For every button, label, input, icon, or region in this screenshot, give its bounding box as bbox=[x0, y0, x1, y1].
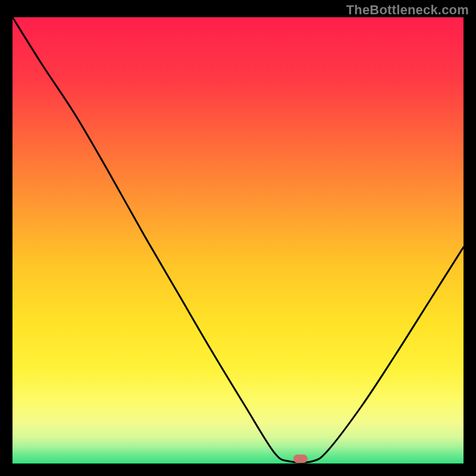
curve-svg bbox=[12, 17, 464, 464]
bottleneck-curve bbox=[12, 17, 464, 462]
optimal-marker bbox=[293, 455, 308, 463]
chart-frame: TheBottleneck.com bbox=[0, 0, 476, 476]
watermark-text: TheBottleneck.com bbox=[346, 2, 469, 18]
plot-area bbox=[12, 17, 464, 464]
